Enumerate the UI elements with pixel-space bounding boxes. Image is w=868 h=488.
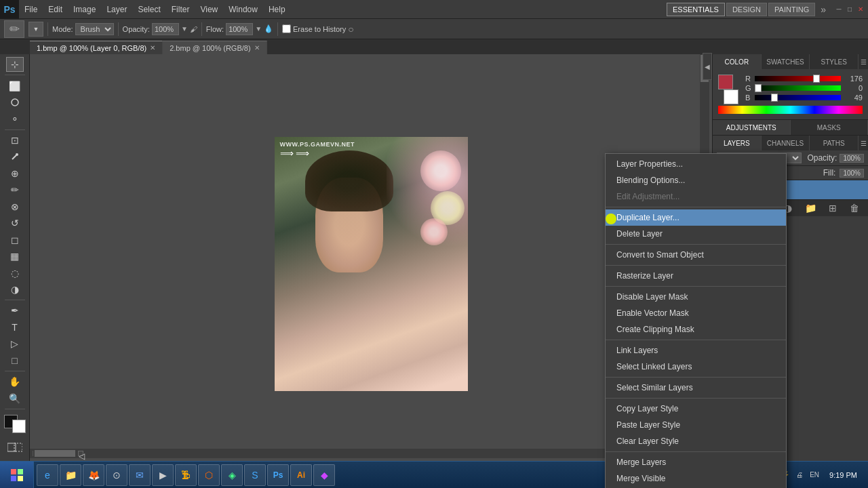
tab-styles[interactable]: STYLES	[810, 54, 859, 69]
menu-image[interactable]: Image	[68, 0, 101, 18]
tab-layers[interactable]: LAYERS	[713, 136, 762, 150]
mode-select[interactable]: Brush	[75, 23, 114, 35]
spot-healing-tool[interactable]: ⊕	[6, 166, 24, 181]
taskbar-app8[interactable]: ⬡	[198, 464, 220, 486]
g-thumb[interactable]	[755, 84, 762, 92]
menu-select[interactable]: Select	[132, 0, 165, 18]
mode-essentials[interactable]: ESSENTIALS	[667, 3, 725, 16]
tab-masks[interactable]: MASKS	[791, 120, 869, 135]
crop-tool[interactable]: ⊡	[6, 133, 24, 148]
ctx-convert-smart-object[interactable]: Convert to Smart Object	[606, 247, 786, 263]
photo-canvas[interactable]: WWW.PS.GAMEVN.NET ⟹ ⟹	[275, 137, 468, 391]
ctx-disable-layer-mask[interactable]: Disable Layer Mask	[606, 289, 786, 305]
chevron-right-icon[interactable]: »	[821, 4, 826, 15]
r-thumb[interactable]	[813, 75, 820, 83]
ctx-paste-layer-style[interactable]: Paste Layer Style	[606, 417, 786, 433]
ctx-layer-properties[interactable]: Layer Properties...	[606, 156, 786, 172]
tab-adjustments[interactable]: ADJUSTMENTS	[713, 120, 791, 135]
delete-layer-icon[interactable]: 🗑	[850, 203, 859, 214]
g-slider[interactable]	[755, 85, 841, 91]
eraser-tool[interactable]: ◻	[6, 232, 24, 247]
ctx-rasterize-layer[interactable]: Rasterize Layer	[606, 268, 786, 284]
tab-2bmp-close[interactable]: ✕	[254, 44, 260, 52]
shape-tool[interactable]: □	[6, 353, 24, 368]
opacity-arrow-icon[interactable]: ▼	[181, 25, 188, 33]
rectangle-select-tool[interactable]: ⬜	[6, 78, 24, 93]
mode-design[interactable]: DESIGN	[726, 3, 767, 16]
move-tool[interactable]: ⊹	[6, 57, 24, 72]
r-slider[interactable]	[755, 76, 841, 81]
tab-1bmp-close[interactable]: ✕	[150, 44, 155, 52]
tab-color[interactable]: COLOR	[713, 54, 762, 69]
opacity-input[interactable]	[152, 23, 179, 35]
opacity-value[interactable]: 100%	[840, 154, 864, 163]
menu-help[interactable]: Help	[263, 0, 291, 18]
erase-icon[interactable]: ○	[348, 24, 353, 35]
quick-mask-tool[interactable]	[6, 440, 24, 455]
history-brush-tool[interactable]: ↺	[6, 216, 24, 230]
panel-menu-icon[interactable]: ☰	[859, 54, 868, 69]
hand-tool[interactable]: ✋	[6, 374, 24, 389]
flow-arrow-icon[interactable]: ▼	[255, 25, 262, 33]
ctx-enable-vector-mask[interactable]: Enable Vector Mask	[606, 305, 786, 321]
new-group-icon[interactable]: 📁	[805, 203, 816, 214]
flow-input[interactable]	[226, 23, 253, 35]
brush-tool-options[interactable]: ✏	[4, 20, 24, 38]
language-indicator[interactable]: EN	[808, 471, 821, 479]
b-slider[interactable]	[755, 95, 841, 100]
menu-layer[interactable]: Layer	[101, 0, 132, 18]
taskbar-chrome[interactable]: ⊙	[106, 464, 127, 486]
taskbar-photoshop[interactable]: Ps	[267, 464, 289, 486]
scroll-left-btn[interactable]: ◁	[78, 451, 83, 456]
brush-settings-icon[interactable]: 🖌	[190, 25, 197, 33]
horizontal-scrollbar[interactable]: ◁	[30, 449, 703, 458]
ctx-edit-adjustment[interactable]: Edit Adjustment...	[606, 188, 786, 205]
ctx-link-layers[interactable]: Link Layers	[606, 342, 786, 359]
blur-tool[interactable]: ◌	[6, 265, 24, 280]
panel-collapse-button[interactable]: ◀	[703, 53, 712, 80]
mode-painting[interactable]: PAINTING	[768, 3, 815, 16]
zoom-tool[interactable]: 🔍	[6, 390, 24, 405]
ctx-merge-visible[interactable]: Merge Visible	[606, 470, 786, 487]
ctx-merge-layers[interactable]: Merge Layers	[606, 454, 786, 470]
taskbar-archive[interactable]: 🗜	[175, 464, 197, 486]
foreground-swatch[interactable]	[718, 75, 733, 89]
brush-tool[interactable]: ✏	[6, 182, 24, 197]
taskbar-firefox[interactable]: 🦊	[83, 464, 104, 486]
pen-tool[interactable]: ✒	[6, 303, 24, 318]
start-button[interactable]	[0, 462, 34, 489]
taskbar-skype[interactable]: S	[244, 464, 266, 486]
taskbar-app9[interactable]: ◈	[221, 464, 243, 486]
brush-preset[interactable]: ▼	[28, 22, 43, 37]
ctx-delete-layer[interactable]: Delete Layer	[606, 226, 786, 242]
color-spectrum[interactable]	[718, 106, 863, 114]
type-tool[interactable]: T	[6, 320, 24, 335]
eyedropper-tool[interactable]	[6, 149, 24, 164]
erase-history-checkbox[interactable]	[282, 24, 291, 33]
ctx-clear-layer-style[interactable]: Clear Layer Style	[606, 433, 786, 449]
menu-file[interactable]: File	[19, 0, 43, 18]
ctx-create-clipping-mask[interactable]: Create Clipping Mask	[606, 321, 786, 338]
tray-icon-5[interactable]: 🖨	[794, 471, 805, 479]
lasso-tool[interactable]	[6, 95, 24, 110]
clone-stamp-tool[interactable]: ⊗	[6, 199, 24, 214]
taskbar-email[interactable]: ✉	[129, 464, 151, 486]
background-color[interactable]	[12, 420, 26, 433]
airbrush-icon[interactable]: 💧	[264, 24, 273, 33]
path-select-tool[interactable]: ▷	[6, 336, 24, 351]
ctx-duplicate-layer[interactable]: Duplicate Layer...	[606, 209, 786, 226]
taskbar-media[interactable]: ▶	[152, 464, 174, 486]
tab-1bmp[interactable]: 1.bmp @ 100% (Layer 0, RGB/8) ✕	[30, 41, 163, 54]
taskbar-ie[interactable]: e	[37, 464, 58, 486]
quick-select-tool[interactable]: ⚬	[6, 111, 24, 126]
ctx-select-linked-layers[interactable]: Select Linked Layers	[606, 359, 786, 375]
tab-paths[interactable]: PATHS	[810, 136, 859, 150]
tab-2bmp[interactable]: 2.bmp @ 100% (RGB/8) ✕	[163, 41, 267, 54]
menu-filter[interactable]: Filter	[166, 0, 195, 18]
tab-swatches[interactable]: SWATCHES	[762, 54, 810, 69]
taskbar-illustrator[interactable]: Ai	[290, 464, 312, 486]
new-layer-icon[interactable]: ⊞	[829, 203, 837, 214]
background-swatch[interactable]	[724, 89, 738, 104]
horizontal-scrollbar-thumb[interactable]	[35, 450, 75, 457]
close-button[interactable]: ✕	[856, 5, 865, 14]
